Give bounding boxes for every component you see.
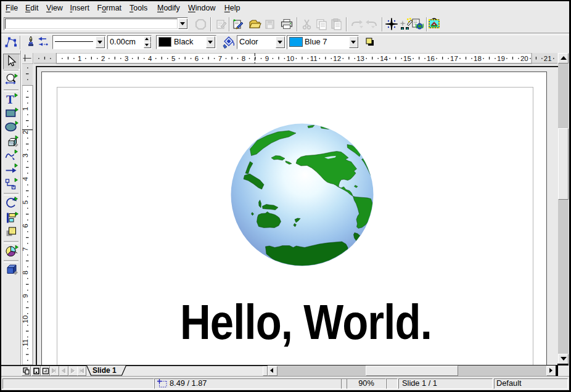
svg-text:19: 19 <box>497 55 505 62</box>
svg-text:10: 10 <box>22 316 29 324</box>
svg-text:6: 6 <box>195 55 199 62</box>
svg-text:20: 20 <box>520 55 528 62</box>
svg-text:2: 2 <box>101 55 105 62</box>
svg-text:15: 15 <box>403 55 411 62</box>
svg-text:9: 9 <box>22 294 29 298</box>
svg-text:18: 18 <box>474 55 482 62</box>
svg-text:11: 11 <box>310 55 318 62</box>
svg-text:17: 17 <box>450 55 458 62</box>
svg-text:4: 4 <box>22 177 29 181</box>
svg-text:12: 12 <box>333 55 341 62</box>
svg-text:8: 8 <box>242 55 245 62</box>
svg-text:4: 4 <box>148 55 152 62</box>
svg-text:9: 9 <box>265 55 269 62</box>
svg-text:11: 11 <box>22 339 29 346</box>
svg-text:8: 8 <box>22 271 29 274</box>
svg-text:1: 1 <box>78 55 81 62</box>
svg-text:5: 5 <box>22 200 29 204</box>
svg-text:3: 3 <box>125 55 128 62</box>
svg-text:1: 1 <box>22 107 29 110</box>
svg-text:13: 13 <box>356 55 364 62</box>
svg-text:14: 14 <box>380 55 388 62</box>
svg-text:T: T <box>6 93 14 106</box>
svg-text:10: 10 <box>286 55 294 62</box>
svg-text:5: 5 <box>171 55 175 62</box>
svg-text:3: 3 <box>22 153 29 157</box>
svg-text:7: 7 <box>218 55 222 62</box>
svg-text:21: 21 <box>544 55 552 62</box>
svg-text:2: 2 <box>22 130 29 134</box>
svg-text:6: 6 <box>22 224 29 227</box>
svg-text:16: 16 <box>427 55 435 62</box>
svg-text:7: 7 <box>22 247 29 251</box>
